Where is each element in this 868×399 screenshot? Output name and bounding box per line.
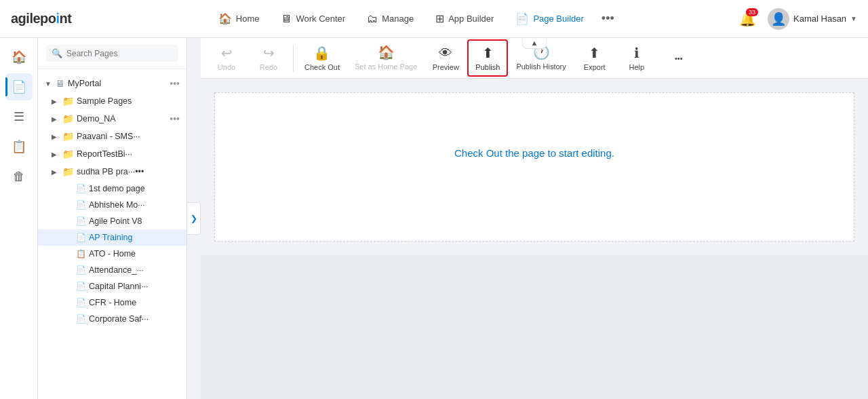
toolbar: ▲ ↩ Undo ↪ Redo 🔒 Check Out 🏠 Set as Hom… [201,38,868,79]
folder-icon: 📁 [62,166,74,177]
notification-badge: 33 [746,8,758,16]
search-input[interactable] [66,49,173,58]
tree-dots-demona[interactable]: ••• [170,113,180,124]
tree-item-aptraining[interactable]: 📄 AP Training [38,229,186,246]
workcenter-icon: 🖥 [281,13,292,25]
preview-button[interactable]: 👁 Preview [425,41,466,75]
nav-pagebuilder[interactable]: 📄 Page Builder [506,7,593,31]
tree-label-sudha: sudha PB pra···••• [77,167,180,176]
notification-button[interactable]: 🔔 33 [735,7,760,31]
chevron-down-icon: ▼ [850,15,857,22]
help-button[interactable]: ℹ Help [616,41,657,75]
search-wrap: 🔍 [46,45,178,62]
nav-more-button[interactable]: ••• [596,6,620,31]
nav-links: 🏠 Home 🖥 Work Center 🗂 Manage ⊞ App Buil… [93,6,735,31]
tree-item-atohome[interactable]: 📋 ATO - Home [38,246,186,262]
checkout-label: Check Out [304,63,340,71]
help-label: Help [629,63,644,71]
tree-item-abhishek[interactable]: 📄 Abhishek Mo··· [38,197,186,213]
logo: agilepoint [11,11,71,26]
tree-label-samplepages: Sample Pages [77,96,180,106]
checkout-button[interactable]: 🔒 Check Out [298,41,347,75]
tree-item-attendance[interactable]: 📄 Attendance_··· [38,262,186,278]
set-home-label: Set as Home Page [355,62,417,71]
page-icon-aptraining: 📄 [76,233,86,242]
tree-label-paavani: Paavani - SMS··· [77,132,180,141]
tree-item-samplepages[interactable]: ▶ 📁 Sample Pages [38,92,186,110]
user-name: Kamal Hasan [793,14,846,24]
folder-icon: 📁 [62,96,74,107]
tree-label-attendance: Attendance_··· [89,265,180,275]
redo-button[interactable]: ↪ Redo [248,41,289,75]
nav-manage-label: Manage [382,14,414,24]
tree-item-reporttest[interactable]: ▶ 📁 ReportTestBi··· [38,145,186,163]
export-icon: ⬆ [589,45,600,61]
home-icon: 🏠 [218,12,232,25]
canvas-message-text: Check Out the page to start editing. [454,147,614,159]
tree-label-reporttest: ReportTestBi··· [77,149,180,159]
publish-icon: ⬆ [482,45,494,61]
tree-item-myportal[interactable]: ▼ 🖥 MyPortal ••• [38,75,186,92]
tree-item-capital[interactable]: 📄 Capital Planni··· [38,278,186,294]
canvas-page: Check Out the page to start editing. [214,92,854,242]
sidebar-search-area: 🔍 [38,38,186,69]
tree-item-agilepoint[interactable]: 📄 Agile Point V8 [38,213,186,229]
tree-arrow-myportal: ▼ [45,80,53,88]
publish-button[interactable]: ⬆ Publish [467,39,508,77]
publish-label: Publish [475,63,500,71]
page-icon: 📄 [76,216,86,226]
toolbar-more-button[interactable]: ••• [658,50,699,66]
publish-history-label: Publish History [516,62,566,71]
tree-arrow: ▶ [52,133,60,140]
user-menu[interactable]: 👤 Kamal Hasan ▼ [768,8,857,30]
sidebar-icon-trash[interactable]: 🗑 [5,163,33,190]
page-icon: 📄 [76,298,86,307]
icon-sidebar: 🏠 📄 ☰ 📋 🗑 [0,38,38,399]
nav-appbuilder[interactable]: ⊞ App Builder [426,7,503,31]
undo-button[interactable]: ↩ Undo [206,41,247,75]
tree-item-corporate[interactable]: 📄 Corporate Saf··· [38,311,186,327]
tree-item-demona[interactable]: ▶ 📁 Demo_NA ••• [38,110,186,128]
folder-icon: 📁 [62,149,74,159]
main-layout: 🏠 📄 ☰ 📋 🗑 🔍 ▼ 🖥 MyPortal ••• ▶ 📁 [0,38,868,399]
sidebar-icon-forms[interactable]: 📋 [5,133,33,160]
tree-item-cfrhome[interactable]: 📄 CFR - Home [38,294,186,311]
tree-label-atohome: ATO - Home [89,249,180,259]
preview-icon: 👁 [439,45,452,61]
toolbar-sep1 [293,45,294,72]
toolbar-chevron[interactable]: ▲ [522,38,547,49]
sidebar-icon-home[interactable]: 🏠 [5,43,33,71]
appbuilder-icon: ⊞ [435,12,444,25]
export-label: Export [584,63,606,71]
tree-label-agilepoint: Agile Point V8 [89,216,180,226]
page-sidebar: 🔍 ▼ 🖥 MyPortal ••• ▶ 📁 Sample Pages ▶ 📁 … [38,38,187,399]
canvas-area: Check Out the page to start editing. [201,79,868,399]
checkout-icon: 🔒 [313,45,330,61]
folder-icon-myportal: 🖥 [56,78,65,89]
tree-arrow: ▶ [52,98,60,105]
nav-workcenter[interactable]: 🖥 Work Center [271,7,355,31]
nav-home-label: Home [236,14,260,24]
sidebar-icon-list[interactable]: ☰ [5,103,33,130]
tree-item-sudha[interactable]: ▶ 📁 sudha PB pra···••• [38,163,186,180]
nav-manage[interactable]: 🗂 Manage [357,7,423,31]
tree-label-abhishek: Abhishek Mo··· [89,200,180,210]
preview-label: Preview [433,63,459,71]
tree-label-demona: Demo_NA [77,114,167,124]
tree-item-paavani[interactable]: ▶ 📁 Paavani - SMS··· [38,128,186,145]
set-home-button[interactable]: 🏠 Set as Home Page [348,40,424,75]
nav-home[interactable]: 🏠 Home [209,7,269,31]
page-icon-plain: 📋 [76,249,86,259]
page-icon: 📄 [76,184,86,193]
tree-label-capital: Capital Planni··· [89,282,180,291]
nav-right: 🔔 33 👤 Kamal Hasan ▼ [735,7,857,31]
export-button[interactable]: ⬆ Export [574,41,615,75]
redo-icon: ↪ [263,45,275,61]
folder-icon: 📁 [62,131,74,142]
search-icon: 🔍 [52,48,62,58]
tree-dots-myportal[interactable]: ••• [170,78,180,89]
sidebar-icon-pages[interactable]: 📄 [5,73,33,100]
tree-item-1stdemo[interactable]: 📄 1st demo page [38,180,186,197]
sidebar-collapse-button[interactable]: ❯ [187,202,201,235]
tree-label-1stdemo: 1st demo page [89,184,180,193]
